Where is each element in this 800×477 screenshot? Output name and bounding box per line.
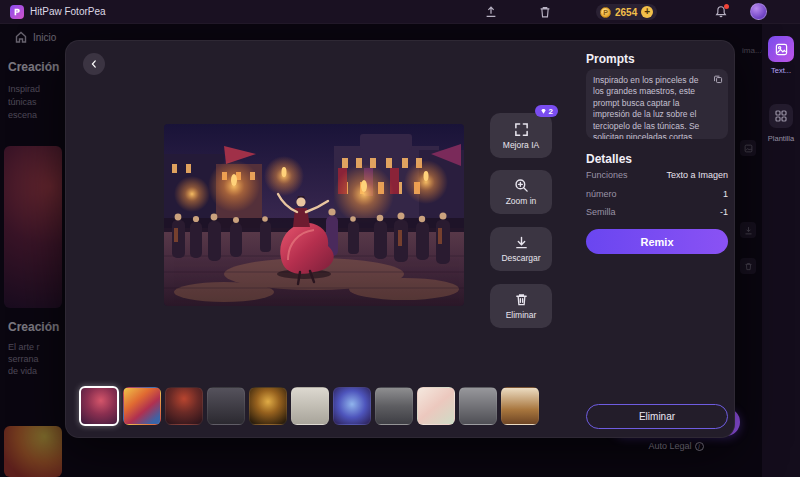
- thumbnail[interactable]: [123, 387, 161, 425]
- prompt-text-box[interactable]: Inspirado en los pinceles de los grandes…: [586, 69, 728, 139]
- enhance-cost-badge: 2: [535, 105, 558, 117]
- notifications-button[interactable]: [714, 5, 728, 23]
- thumbnail[interactable]: [165, 387, 203, 425]
- coin-count: 2654: [615, 7, 637, 18]
- detail-panel: Prompts Inspirado en los pinceles de los…: [586, 41, 728, 437]
- coin-icon: P: [600, 7, 611, 18]
- detail-row-function: Funciones Texto a Imagen: [586, 170, 728, 180]
- thumbnail[interactable]: [501, 387, 539, 425]
- download-button[interactable]: Descargar: [490, 227, 552, 271]
- download-icon: [514, 235, 529, 250]
- tool-text-to-image[interactable]: [768, 36, 794, 62]
- image-detail-modal: 2 Mejora IA Zoom in Descargar Eliminar P…: [65, 40, 735, 438]
- add-coins-button[interactable]: +: [641, 6, 653, 18]
- prompts-heading: Prompts: [586, 52, 635, 66]
- download-label: Descargar: [501, 253, 540, 263]
- delete-outline-button[interactable]: Eliminar: [586, 404, 728, 429]
- chevron-left-icon: [89, 59, 99, 69]
- coin-balance[interactable]: P 2654 +: [596, 4, 657, 20]
- enhance-label: Mejora IA: [503, 140, 539, 150]
- auto-legal[interactable]: Auto Legal i: [612, 441, 740, 451]
- enhance-ai-button[interactable]: 2 Mejora IA: [490, 113, 552, 158]
- festival-painting: [164, 124, 464, 306]
- zoom-in-button[interactable]: Zoom in: [490, 170, 552, 214]
- thumbnail[interactable]: [459, 387, 497, 425]
- zoom-in-label: Zoom in: [506, 196, 537, 206]
- thumbnail-selected[interactable]: [79, 386, 119, 426]
- info-icon: i: [695, 442, 704, 451]
- details-heading: Detalles: [586, 152, 632, 166]
- prompt-text: Inspirado en los pinceles de los grandes…: [593, 75, 710, 139]
- zoom-in-icon: [514, 178, 529, 193]
- enhance-icon: [514, 122, 529, 137]
- remix-button[interactable]: Remix: [586, 229, 728, 254]
- app-title: HitPaw FotorPea: [30, 6, 106, 17]
- thumbnail[interactable]: [417, 387, 455, 425]
- avatar[interactable]: [750, 3, 767, 20]
- gem-icon: [540, 108, 547, 115]
- app-window: Inicio Creación Inspirad túnicas escena …: [0, 0, 800, 477]
- trash-icon: [514, 292, 529, 307]
- thumbnail[interactable]: [333, 387, 371, 425]
- thumbnail[interactable]: [249, 387, 287, 425]
- auto-legal-label: Auto Legal: [648, 441, 691, 451]
- delete-button[interactable]: Eliminar: [490, 284, 552, 328]
- app-logo-icon: [10, 5, 24, 19]
- copy-icon[interactable]: [713, 74, 723, 84]
- detail-row-number: número 1: [586, 189, 728, 199]
- detail-row-seed: Semilla -1: [586, 207, 728, 217]
- title-bar: HitPaw FotorPea P 2654 +: [0, 0, 800, 24]
- preview-image[interactable]: [164, 124, 464, 306]
- upload-icon[interactable]: [484, 5, 498, 19]
- thumbnail[interactable]: [207, 387, 245, 425]
- thumbnail[interactable]: [291, 387, 329, 425]
- tool-template-label[interactable]: Plantilla: [762, 134, 800, 143]
- thumbnail[interactable]: [375, 387, 413, 425]
- thumbnail-strip: [79, 386, 539, 426]
- right-tool-rail: Text... Plantilla: [762, 0, 800, 477]
- tool-template[interactable]: [769, 104, 793, 128]
- notification-dot: [724, 4, 729, 9]
- trash-icon[interactable]: [538, 5, 552, 19]
- back-button[interactable]: [83, 53, 105, 75]
- delete-label: Eliminar: [506, 310, 537, 320]
- tool-text-to-image-label[interactable]: Text...: [762, 66, 800, 75]
